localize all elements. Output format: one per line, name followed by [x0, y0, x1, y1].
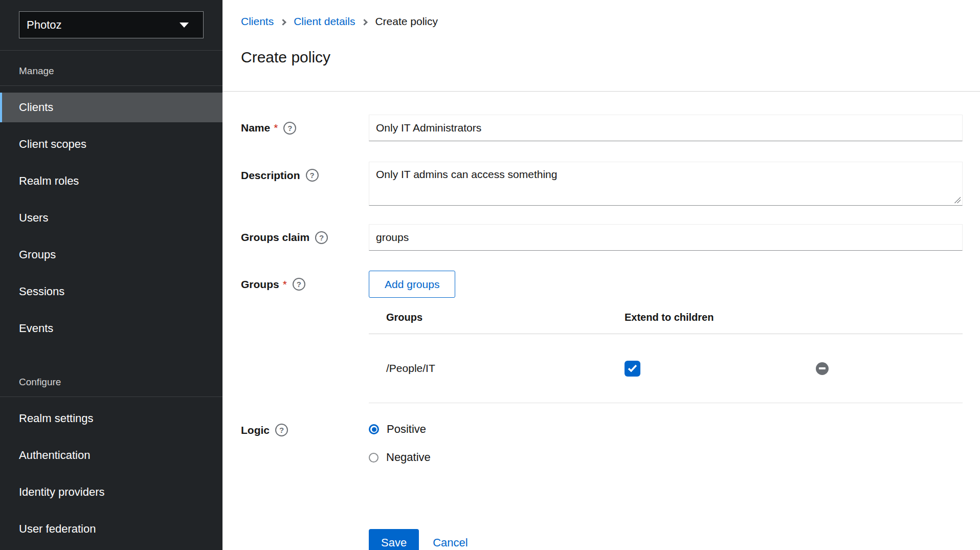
- description-label-group: Description ?: [241, 169, 369, 182]
- groups-field-col: Add groups Groups Extend to children /Pe…: [369, 271, 963, 403]
- groups-label: Groups: [241, 278, 279, 291]
- form-actions: Save Cancel: [369, 529, 963, 550]
- sidebar-item-user-federation[interactable]: User federation: [0, 514, 222, 544]
- remove-group-button[interactable]: [816, 362, 829, 375]
- sidebar-item-realm-settings[interactable]: Realm settings: [0, 404, 222, 433]
- group-path-cell: /People/IT: [369, 334, 625, 403]
- sidebar-item-authentication[interactable]: Authentication: [0, 441, 222, 470]
- logic-positive-label: Positive: [387, 423, 426, 436]
- required-indicator: *: [274, 122, 278, 134]
- logic-negative-label: Negative: [386, 451, 431, 464]
- radio-unselected-icon[interactable]: [369, 453, 378, 463]
- sidebar-item-realm-roles[interactable]: Realm roles: [0, 166, 222, 196]
- form-row-groups: Groups * ? Add groups Groups Extend to c…: [241, 271, 963, 403]
- breadcrumb-separator-icon: [280, 19, 286, 26]
- main-content: Clients Client details Create policy Cre…: [222, 0, 980, 550]
- breadcrumb-separator-icon: [362, 19, 368, 26]
- sidebar-item-clients[interactable]: Clients: [0, 93, 222, 122]
- groups-column-header: Groups: [369, 312, 625, 334]
- realm-selector[interactable]: Photoz: [19, 11, 204, 38]
- logic-negative-option[interactable]: Negative: [369, 451, 963, 464]
- breadcrumb: Clients Client details Create policy: [241, 15, 980, 28]
- realm-name: Photoz: [27, 18, 62, 32]
- help-icon[interactable]: ?: [283, 122, 296, 135]
- name-label: Name: [241, 122, 270, 134]
- sidebar-item-sessions[interactable]: Sessions: [0, 277, 222, 306]
- required-indicator: *: [283, 278, 287, 291]
- extend-to-children-column-header: Extend to children: [625, 312, 798, 334]
- radio-selected-icon[interactable]: [369, 424, 379, 434]
- form-row-groups-claim: Groups claim ?: [241, 224, 963, 251]
- help-icon[interactable]: ?: [275, 424, 288, 436]
- nav-section-title-manage: Manage: [0, 65, 222, 86]
- name-input[interactable]: [369, 115, 963, 141]
- row-actions-cell: [798, 334, 963, 403]
- groups-claim-label-group: Groups claim ?: [241, 231, 369, 244]
- groups-table-header-row: Groups Extend to children: [369, 312, 963, 334]
- sidebar-item-client-scopes[interactable]: Client scopes: [0, 129, 222, 159]
- minus-circle-icon: [816, 362, 829, 375]
- groups-table: Groups Extend to children /People/IT: [369, 312, 963, 403]
- sidebar: Photoz Manage Clients Client scopes Real…: [0, 0, 222, 550]
- nav-section-title-configure: Configure: [0, 376, 222, 397]
- breadcrumb-link-clients[interactable]: Clients: [241, 15, 274, 28]
- form-actions-row: Save Cancel: [241, 464, 963, 550]
- form-row-name: Name * ?: [241, 115, 963, 141]
- nav-list-manage: Clients Client scopes Realm roles Users …: [0, 93, 222, 350]
- actions-column-header: [798, 312, 963, 334]
- breadcrumb-current: Create policy: [375, 15, 438, 28]
- table-row: /People/IT: [369, 334, 963, 403]
- sidebar-item-groups[interactable]: Groups: [0, 240, 222, 270]
- cancel-button[interactable]: Cancel: [433, 536, 467, 549]
- extend-to-children-cell: [625, 334, 798, 403]
- groups-claim-input[interactable]: [369, 224, 963, 251]
- name-field-col: [369, 115, 963, 141]
- groups-claim-field-col: [369, 224, 963, 251]
- logic-label: Logic: [241, 424, 270, 436]
- groups-label-group: Groups * ?: [241, 278, 369, 291]
- resize-grip-icon[interactable]: [954, 196, 961, 203]
- help-icon[interactable]: ?: [315, 231, 328, 244]
- help-icon[interactable]: ?: [293, 278, 305, 291]
- save-button[interactable]: Save: [369, 529, 419, 550]
- description-textarea[interactable]: Only IT admins can access something: [369, 162, 963, 206]
- logic-label-group: Logic ?: [241, 424, 369, 436]
- logic-field-col: Positive Negative: [369, 423, 963, 464]
- create-policy-form: Name * ? Description ? Only IT admins ca…: [222, 92, 980, 550]
- groups-claim-label: Groups claim: [241, 231, 309, 244]
- help-icon[interactable]: ?: [306, 169, 319, 182]
- logic-positive-option[interactable]: Positive: [369, 423, 963, 436]
- extend-to-children-checkbox[interactable]: [625, 361, 640, 377]
- form-row-logic: Logic ? Positive Negative: [241, 423, 963, 464]
- realm-selector-area: Photoz: [0, 0, 222, 51]
- sidebar-item-identity-providers[interactable]: Identity providers: [0, 477, 222, 507]
- add-groups-button[interactable]: Add groups: [369, 271, 455, 298]
- nav-list-configure: Realm settings Authentication Identity p…: [0, 404, 222, 550]
- chevron-down-icon: [180, 23, 189, 28]
- breadcrumb-link-client-details[interactable]: Client details: [294, 15, 355, 28]
- name-label-group: Name * ?: [241, 122, 369, 135]
- check-icon: [628, 363, 637, 372]
- sidebar-item-events[interactable]: Events: [0, 314, 222, 343]
- page-title: Create policy: [241, 47, 980, 68]
- description-field-col: Only IT admins can access something: [369, 162, 963, 206]
- form-row-description: Description ? Only IT admins can access …: [241, 162, 963, 206]
- page-header: Clients Client details Create policy Cre…: [222, 0, 980, 92]
- sidebar-item-users[interactable]: Users: [0, 203, 222, 233]
- description-label: Description: [241, 169, 300, 182]
